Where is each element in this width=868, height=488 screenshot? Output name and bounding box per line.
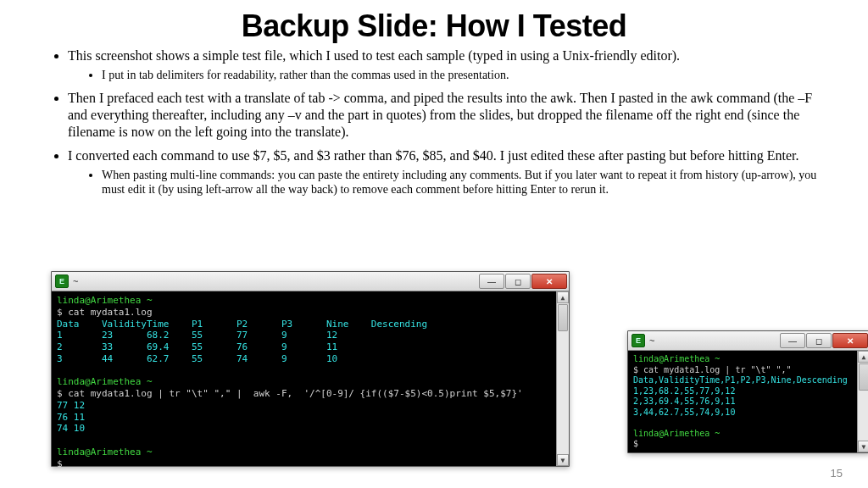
scroll-down-icon[interactable]: ▼: [557, 454, 569, 466]
scroll-thumb[interactable]: [859, 363, 868, 391]
bullet-3a: When pasting multi-line commands: you ca…: [102, 168, 817, 197]
titlebar-2: E ~ — ◻ ✕: [628, 331, 868, 351]
terminal-window-2: E ~ — ◻ ✕ ▲ ▼ linda@Arimethea ~ $ cat my…: [627, 330, 868, 453]
slide-title: Backup Slide: How I Tested: [51, 8, 817, 44]
scroll-thumb[interactable]: [558, 304, 568, 331]
bullet-list: This screenshot shows a simple test file…: [68, 47, 817, 197]
minimize-button[interactable]: —: [780, 333, 805, 348]
bullet-1-text: This screenshot shows a simple test file…: [68, 48, 680, 63]
scroll-up-icon[interactable]: ▲: [557, 291, 569, 303]
minimize-button[interactable]: —: [479, 274, 504, 289]
maximize-button[interactable]: ◻: [806, 333, 832, 348]
page-number: 15: [831, 467, 843, 480]
cygwin-icon: E: [55, 274, 69, 288]
titlebar-1: E ~ — ◻ ✕: [52, 272, 569, 291]
terminal-window-1: E ~ — ◻ ✕ ▲ ▼ linda@Arimethea ~ $ cat my…: [51, 271, 570, 467]
maximize-button[interactable]: ◻: [505, 274, 531, 289]
terminal-body-1: ▲ ▼ linda@Arimethea ~ $ cat mydata1.log …: [52, 291, 569, 466]
window-title-2: ~: [649, 336, 779, 346]
close-button[interactable]: ✕: [832, 333, 868, 348]
terminal-output-2: linda@Arimethea ~ $ cat mydata1.log | tr…: [633, 354, 865, 450]
bullet-2: Then I prefaced each test with a transla…: [68, 90, 817, 141]
cygwin-icon: E: [632, 334, 645, 347]
bullet-1a: I put in tab delimiters for readability,…: [102, 68, 817, 83]
bullet-3: I converted each command to use $7, $5, …: [68, 147, 817, 197]
scroll-down-icon[interactable]: ▼: [858, 441, 868, 452]
scroll-up-icon[interactable]: ▲: [858, 351, 868, 363]
slide: Backup Slide: How I Tested This screensh…: [0, 0, 868, 488]
bullet-1: This screenshot shows a simple test file…: [68, 47, 817, 83]
close-button[interactable]: ✕: [531, 274, 567, 289]
terminal-body-2: ▲ ▼ linda@Arimethea ~ $ cat mydata1.log …: [628, 351, 868, 452]
scrollbar-2[interactable]: ▲ ▼: [857, 351, 868, 452]
bullet-3-text: I converted each command to use $7, $5, …: [68, 148, 798, 163]
scrollbar-1[interactable]: ▲ ▼: [556, 291, 569, 466]
window-title-1: ~: [73, 276, 478, 286]
terminal-output-1: linda@Arimethea ~ $ cat mydata1.log Data…: [57, 295, 564, 469]
